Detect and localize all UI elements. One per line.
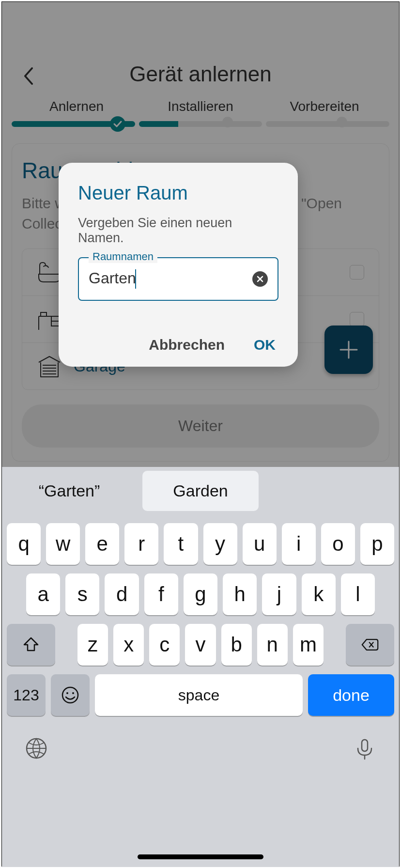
dialog-actions: Abbrechen OK — [78, 330, 278, 359]
key-r[interactable]: r — [124, 523, 158, 565]
key-d[interactable]: d — [105, 574, 139, 615]
key-done[interactable]: done — [308, 674, 394, 716]
key-row-4: 123 space done — [2, 674, 399, 716]
key-h[interactable]: h — [223, 574, 257, 615]
clear-input-button[interactable] — [252, 271, 268, 287]
close-icon — [256, 275, 264, 283]
key-b[interactable]: b — [221, 624, 252, 666]
room-name-input[interactable]: Garten — [89, 269, 252, 289]
svg-rect-4 — [362, 740, 368, 751]
key-p[interactable]: p — [360, 523, 394, 565]
key-v[interactable]: v — [185, 624, 216, 666]
key-shift[interactable] — [7, 624, 55, 666]
key-m[interactable]: m — [293, 624, 324, 666]
backspace-icon — [361, 636, 379, 653]
suggestion[interactable] — [268, 480, 395, 501]
field-label: Raumnamen — [89, 250, 157, 263]
key-e[interactable]: e — [85, 523, 119, 565]
text-caret — [135, 269, 136, 289]
key-row-3: z x c v b n m — [2, 624, 399, 666]
emoji-icon — [61, 686, 79, 704]
key-k[interactable]: k — [302, 574, 336, 615]
key-c[interactable]: c — [149, 624, 180, 666]
key-u[interactable]: u — [243, 523, 277, 565]
dialog-subtitle: Vergeben Sie einen neuen Namen. — [78, 216, 278, 246]
key-l[interactable]: l — [341, 574, 375, 615]
key-o[interactable]: o — [321, 523, 355, 565]
room-name-field[interactable]: Raumnamen Garten — [78, 257, 278, 301]
key-s[interactable]: s — [65, 574, 99, 615]
key-q[interactable]: q — [7, 523, 41, 565]
key-y[interactable]: y — [203, 523, 237, 565]
globe-button[interactable] — [23, 735, 49, 761]
key-numbers[interactable]: 123 — [7, 674, 46, 716]
new-room-dialog: Neuer Raum Vergeben Sie einen neuen Name… — [59, 163, 298, 367]
home-indicator[interactable] — [138, 854, 263, 859]
input-value: Garten — [89, 269, 136, 287]
key-g[interactable]: g — [184, 574, 217, 615]
suggestion-bar: “Garten” Garden — [2, 467, 399, 514]
key-i[interactable]: i — [282, 523, 316, 565]
key-space[interactable]: space — [95, 674, 303, 716]
globe-icon — [25, 737, 48, 760]
suggestion[interactable]: Garden — [142, 471, 259, 511]
svg-point-2 — [72, 692, 74, 694]
cancel-button[interactable]: Abbrechen — [149, 337, 225, 353]
key-a[interactable]: a — [26, 574, 60, 615]
shift-icon — [22, 636, 40, 653]
key-f[interactable]: f — [144, 574, 178, 615]
key-backspace[interactable] — [346, 624, 394, 666]
key-row-2: a s d f g h j k l — [2, 574, 399, 615]
key-w[interactable]: w — [46, 523, 80, 565]
key-j[interactable]: j — [262, 574, 296, 615]
key-t[interactable]: t — [164, 523, 198, 565]
keyboard: “Garten” Garden q w e r t y u i o p a s … — [2, 467, 399, 867]
suggestion[interactable]: “Garten” — [6, 471, 133, 511]
mic-button[interactable] — [352, 735, 378, 761]
key-x[interactable]: x — [113, 624, 144, 666]
key-z[interactable]: z — [77, 624, 108, 666]
key-n[interactable]: n — [257, 624, 288, 666]
svg-point-1 — [66, 692, 68, 694]
svg-point-0 — [62, 687, 78, 703]
ok-button[interactable]: OK — [254, 337, 276, 353]
key-row-1: q w e r t y u i o p — [2, 523, 399, 565]
key-emoji[interactable] — [51, 674, 90, 716]
keyboard-bottom — [2, 716, 399, 761]
mic-icon — [353, 737, 376, 760]
dialog-title: Neuer Raum — [78, 182, 278, 204]
